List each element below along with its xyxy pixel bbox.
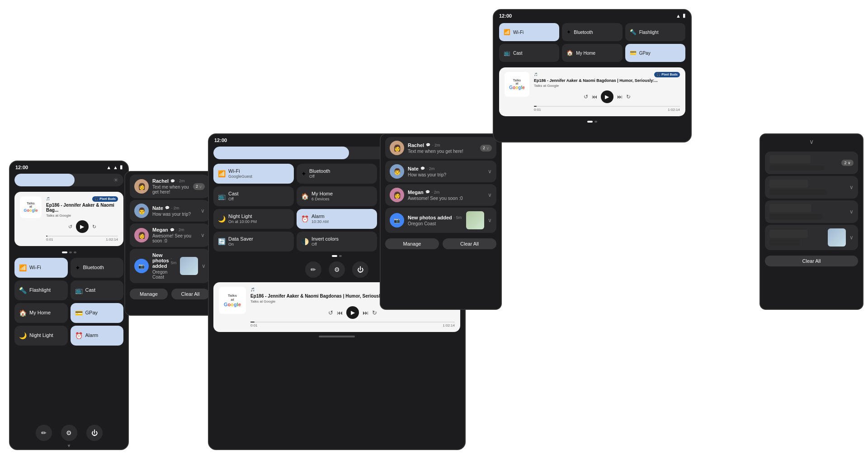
flashlight-tile-icon: 🔦 [19,287,27,294]
manage-button[interactable]: Manage [130,289,168,299]
rachel-content: Rachel 💬 · 2m Text me when you get here! [152,178,189,194]
notif-rachel[interactable]: 👩 Rachel 💬 · 2m Text me when you get her… [130,175,209,198]
far-right-clear-all-button[interactable]: Clear All [765,256,858,266]
dot-1 [62,251,67,253]
tablet-progress-bar[interactable] [250,322,455,322]
tile-cast[interactable]: 📺 Cast [71,280,124,300]
right-nate-expand[interactable]: ∨ [488,168,492,175]
tablet-right-tile-myhome[interactable]: 🏠 My Home [562,44,622,62]
tablet-tile-cast[interactable]: 📺 Cast Off [213,186,294,206]
tablet-right-forward-icon[interactable]: ↻ [626,94,631,100]
tablet-settings-button[interactable]: ⚙ [329,261,345,278]
nate-expand[interactable]: ∨ [201,208,205,214]
right-megan-header: Megan 💬 · 2m [408,190,484,195]
far-right-nate-expand[interactable]: ∨ [849,184,854,190]
right-photos-header: New photos added · 5m [408,215,462,220]
far-right-megan-expand[interactable]: ∨ [849,209,854,215]
bluetooth-label: Bluetooth [83,265,104,270]
notif-right-megan[interactable]: 👩 Megan 💬 · 2m Awesome! See you soon :0 … [385,184,496,206]
tablet-rewind-icon[interactable]: ↺ [328,309,333,316]
tablet-right-bluetooth-label: Bluetooth [574,30,593,35]
tablet-datasaver-icon: 🔄 [218,238,226,245]
tile-gpay[interactable]: 💳 GPay [71,303,124,323]
tablet-cast-sub: Off [228,197,239,202]
megan-header: Megan 💬 · 2m [152,227,197,232]
tablet-right-tile-gpay[interactable]: 💳 GPay [625,44,685,62]
forward-icon[interactable]: ↻ [92,224,96,230]
tablet-right-rewind-icon[interactable]: ↺ [584,94,588,100]
tablet-right-tile-cast[interactable]: 📺 Cast [499,44,559,62]
tile-bluetooth[interactable]: ✦ Bluetooth [71,258,124,278]
tablet-dot-1 [332,255,337,257]
tablet-alarm-icon: ⏰ [301,215,309,223]
notif-nate[interactable]: 👨 Nate 💬 · 2m How was your trip? ∨ [130,200,209,222]
far-right-photos-expand[interactable]: ∨ [849,234,854,241]
settings-button[interactable]: ⚙ [61,425,77,441]
notification-list: 👩 Rachel 💬 · 2m Text me when you get her… [125,172,214,286]
tablet-forward-icon[interactable]: ↻ [372,309,377,316]
far-right-nate[interactable]: ∨ [765,176,858,199]
right-megan-expand[interactable]: ∨ [488,192,492,198]
tablet-right-tile-flashlight[interactable]: 🔦 Flashlight [625,23,685,41]
tablet-right-next-icon[interactable]: ⏭ [617,94,623,100]
right-nate-name: Nate [408,166,419,171]
wifi-tile-icon: 📶 [19,264,27,271]
play-button[interactable]: ▶ [76,220,89,233]
tablet-tile-invertcolors[interactable]: 🌓 Invert colors Off [297,232,377,251]
tablet-right-dot-2 [594,121,597,123]
tablet-prev-icon[interactable]: ⏮ [337,309,343,316]
progress-times: 0:01 1:02:14 [46,237,118,242]
tablet-tile-alarm[interactable]: ⏰ Alarm 10:30 AM [297,209,377,229]
far-right-chevron[interactable]: ∨ [760,134,863,149]
notif-right-photos[interactable]: 📷 New photos added · 5m Oregon Coast ∨ [385,208,496,233]
right-manage-button[interactable]: Manage [385,238,439,249]
tablet-right-tile-bluetooth[interactable]: ✦ Bluetooth [562,23,622,41]
far-right-photos[interactable]: ∨ [765,225,858,250]
tablet-media-artwork: Talks at Google [219,287,246,314]
tablet-right-prev-icon[interactable]: ⏮ [592,94,597,100]
right-photos-expand[interactable]: ∨ [488,217,492,223]
tile-nightlight[interactable]: 🌙 Night Light [14,326,68,346]
megan-expand[interactable]: ∨ [201,232,205,238]
notif-right-nate[interactable]: 👨 Nate 💬 · 2m How was your trip? ∨ [385,161,496,182]
tablet-right-play-button[interactable]: ▶ [601,90,613,103]
tablet-right-tile-wifi[interactable]: 📶 Wi-Fi [499,23,559,41]
tablet-progress-fill [250,322,255,322]
tablet-tile-myhome[interactable]: 🏠 My Home 6 Devices [297,186,377,206]
photo-thumbnail [180,257,198,275]
tablet-bluetooth-icon: ✦ [301,170,307,177]
photos-name: New photos added [152,252,169,269]
brightness-row: ☀ [10,172,128,188]
home-indicator [319,336,355,337]
far-right-rachel[interactable]: 2 ∨ [765,152,858,174]
brightness-slider[interactable]: ☀ [14,174,123,186]
power-button[interactable]: ⏻ [86,425,103,441]
edit-button[interactable]: ✏ [36,425,52,441]
tablet-next-icon[interactable]: ⏭ [363,309,368,316]
tile-myhome[interactable]: 🏠 My Home [14,303,68,323]
far-right-megan[interactable]: ∨ [765,200,858,223]
tile-flashlight[interactable]: 🔦 Flashlight [14,280,68,300]
notif-megan[interactable]: 👩 Megan 💬 · 2m Awesome! See you soon :0 … [130,223,209,247]
tablet-power-button[interactable]: ⏻ [352,261,368,278]
tablet-tile-wifi[interactable]: 📶 Wi-Fi GoogleGuest [213,164,294,184]
photos-expand[interactable]: ∨ [202,263,206,269]
tablet-play-button[interactable]: ▶ [346,306,359,319]
notif-right-rachel[interactable]: 👩 Rachel 💬 · 2m Text me when you get her… [385,137,496,159]
right-clear-all-button[interactable]: Clear All [443,238,496,249]
tablet-right-progress-bar[interactable] [534,106,680,107]
rewind-icon[interactable]: ↺ [68,224,72,230]
cast-tile-icon: 📺 [75,287,83,294]
clear-all-button[interactable]: Clear All [171,289,209,299]
rachel-name: Rachel [152,178,169,184]
far-right-nate-placeholder [769,180,808,188]
notif-photos[interactable]: 📷 New photos added · 5m Oregon Coast ∨ [130,249,209,283]
tile-wifi[interactable]: 📶 Wi-Fi [14,258,68,278]
tablet-tile-nightlight[interactable]: 🌙 Night Light On at 10:00 PM [213,209,294,229]
right-nate-time: · 2m [427,166,435,171]
tile-alarm[interactable]: ⏰ Alarm [71,326,124,346]
progress-bar[interactable] [46,236,118,237]
tablet-tile-datasaver[interactable]: 🔄 Data Saver On [213,232,294,251]
tablet-tile-bluetooth[interactable]: ✦ Bluetooth Off [297,164,377,184]
tablet-edit-button[interactable]: ✏ [305,261,321,278]
